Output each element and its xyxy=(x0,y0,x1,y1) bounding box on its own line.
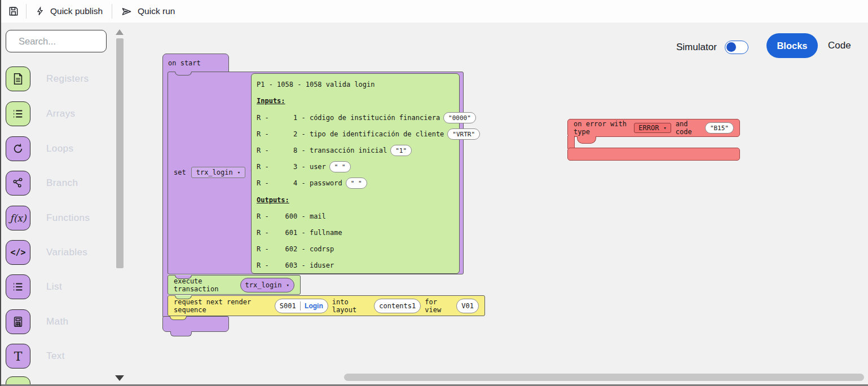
save-floppy-icon xyxy=(8,6,19,17)
top-toolbar: Quick publish Quick run xyxy=(1,0,868,23)
flyout-scrollbar-thumb[interactable] xyxy=(116,38,124,268)
output-row-text: R - 602 - codrsp xyxy=(257,245,334,253)
input-row: R - 8 - transacción inicial "1" xyxy=(257,144,412,157)
sequence-code: S001 xyxy=(280,302,296,310)
flyout-scroll-down-arrow[interactable] xyxy=(115,375,124,381)
input-value-pill[interactable]: " " xyxy=(329,161,351,172)
on-error-slot-notch xyxy=(577,136,596,144)
error-type-dropdown[interactable]: ERROR ▾ xyxy=(634,123,671,133)
on-start-block-footer[interactable] xyxy=(162,316,229,332)
sidebar-item-text[interactable]: T Text xyxy=(6,344,113,369)
on-start-label: on start xyxy=(168,59,201,67)
quick-publish-label: Quick publish xyxy=(50,6,103,16)
on-start-block-header[interactable]: on start xyxy=(162,54,229,73)
app-window: Quick publish Quick run Registers Arrays xyxy=(0,0,868,386)
sidebar-item-branch[interactable]: Branch xyxy=(6,171,113,196)
search-box xyxy=(6,30,107,52)
output-row-text: R - 603 - iduser xyxy=(257,261,334,269)
input-value-pill[interactable]: "VRTR" xyxy=(447,128,480,140)
input-row-text: R - 3 - user xyxy=(257,163,326,171)
sidebar-item-label: List xyxy=(46,281,62,292)
sidebar-item-label: Arrays xyxy=(46,108,76,119)
lightning-icon xyxy=(36,6,45,16)
output-row-text: R - 600 - mail xyxy=(257,212,326,220)
branch-icon xyxy=(6,171,30,196)
paper-plane-icon xyxy=(121,6,132,17)
input-row: R - 3 - user " " xyxy=(257,161,351,173)
output-row: R - 600 - mail xyxy=(257,210,326,223)
sidebar-item-arrays[interactable]: Arrays xyxy=(6,101,113,126)
input-value-pill[interactable]: " " xyxy=(346,178,367,189)
output-row: R - 602 - codrsp xyxy=(257,243,334,255)
sidebar-item-functions[interactable]: ƒ(x) Functions xyxy=(6,206,113,230)
functions-icon: ƒ(x) xyxy=(6,206,30,230)
on-error-block-spine xyxy=(567,136,575,149)
execute-transaction-block[interactable]: execute transaction trx_login ▾ xyxy=(168,275,301,295)
and-code-label: and code xyxy=(676,120,700,136)
quick-run-label: Quick run xyxy=(138,6,175,16)
quick-publish-button[interactable]: Quick publish xyxy=(27,0,112,23)
error-code-pill[interactable]: "B15" xyxy=(705,122,734,134)
simulator-toggle[interactable] xyxy=(725,41,748,54)
sidebar-item-label: Registers xyxy=(46,73,89,85)
arrays-icon xyxy=(6,101,30,126)
input-value-pill[interactable]: "0000" xyxy=(443,112,476,123)
block-notch xyxy=(175,295,192,299)
sidebar-item-list[interactable]: List xyxy=(6,274,113,299)
input-row-text: R - 8 - transacción inicial xyxy=(257,147,387,154)
variable-dropdown[interactable]: trx_login ▾ xyxy=(191,167,245,178)
registers-icon xyxy=(6,66,30,91)
sequence-pill[interactable]: S001 Login xyxy=(275,299,328,313)
simulator-label: Simulator xyxy=(676,42,717,53)
block-notch xyxy=(170,316,187,320)
chevron-down-icon: ▾ xyxy=(663,125,666,131)
save-button[interactable] xyxy=(1,0,26,23)
sidebar-item-math[interactable]: Math xyxy=(6,309,113,334)
error-type-value: ERROR xyxy=(638,124,659,132)
sidebar-item-label: Functions xyxy=(46,212,90,224)
input-row-text: R - 1 - código de institución financiera xyxy=(257,114,440,122)
text-icon: T xyxy=(6,344,30,369)
sidebar-item-variables[interactable]: </> Variables xyxy=(6,240,113,265)
horizontal-scrollbar-thumb[interactable] xyxy=(344,374,864,381)
layout-pill[interactable]: contents1 xyxy=(374,299,421,313)
render-sequence-block[interactable]: request next render sequence S001 Login … xyxy=(168,295,485,316)
list-icon xyxy=(6,274,30,299)
quick-run-button[interactable]: Quick run xyxy=(112,0,184,23)
sidebar-item-label: Math xyxy=(46,316,68,327)
blocks-tab-button[interactable]: Blocks xyxy=(766,33,818,58)
loops-icon xyxy=(6,136,30,161)
view-pill[interactable]: V01 xyxy=(456,299,479,313)
sidebar-item-registers[interactable]: Registers xyxy=(6,66,113,91)
input-value-pill[interactable]: "1" xyxy=(390,145,412,156)
output-row-text: R - 601 - fullname xyxy=(257,229,342,237)
transaction-descriptor-block[interactable]: P1 - 1058 - 1058 valida login Inputs: R … xyxy=(251,73,460,274)
output-row: R - 601 - fullname xyxy=(257,227,342,239)
block-notch xyxy=(175,275,192,279)
on-error-block-header[interactable]: on error with type ERROR ▾ and code "B15… xyxy=(567,119,740,137)
on-start-bottom-tab xyxy=(170,331,192,336)
render-sequence-label: request next render sequence xyxy=(174,298,271,314)
flyout-scroll-up-arrow[interactable] xyxy=(116,29,124,35)
math-icon xyxy=(6,309,30,334)
search-input[interactable] xyxy=(19,36,143,47)
sidebar-item-label: Branch xyxy=(46,178,78,189)
block-notch xyxy=(175,72,192,76)
input-row-text: R - 2 - tipo de identificación de client… xyxy=(257,130,444,138)
sidebar-item-loops[interactable]: Loops xyxy=(6,136,113,161)
sidebar-item-label: Text xyxy=(46,350,65,362)
chevron-down-icon: ▾ xyxy=(287,282,289,288)
on-error-block-footer[interactable] xyxy=(567,148,740,161)
input-row: R - 1 - código de institución financiera… xyxy=(257,112,476,124)
chevron-down-icon: ▾ xyxy=(237,170,240,175)
set-label: set xyxy=(174,168,186,176)
variables-icon: </> xyxy=(6,240,30,265)
code-tab-button[interactable]: Code xyxy=(828,40,851,51)
transaction-dropdown[interactable]: trx_login ▾ xyxy=(240,278,294,292)
transaction-title: P1 - 1058 - 1058 valida login xyxy=(257,81,375,88)
sidebar-item-label: Loops xyxy=(46,143,73,154)
into-layout-label: into layout xyxy=(332,298,370,314)
sequence-name: Login xyxy=(305,302,323,310)
execute-transaction-label: execute transaction xyxy=(174,277,236,293)
input-row: R - 4 - password " " xyxy=(257,177,367,189)
